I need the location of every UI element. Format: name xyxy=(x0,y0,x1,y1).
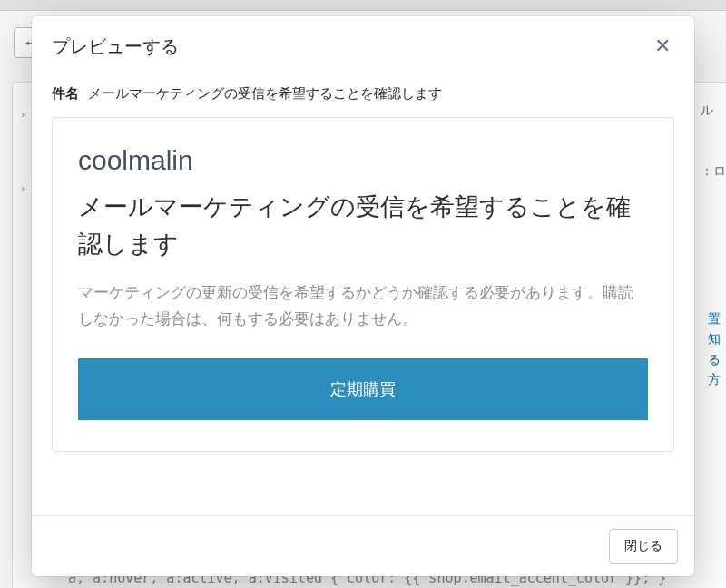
subject-line: 件名 メールマーケティングの受信を希望することを確認します xyxy=(52,85,674,103)
close-icon: ✕ xyxy=(654,34,671,57)
modal-header: プレビューする ✕ xyxy=(32,16,694,76)
subject-label: 件名 xyxy=(52,85,79,101)
modal-title: プレビューする xyxy=(52,34,179,59)
email-preview-card: coolmalin メールマーケティングの受信を希望することを確認します マーケ… xyxy=(52,117,674,452)
spacer xyxy=(52,452,674,515)
email-body-text: マーケティングの更新の受信を希望するかどうか確認する必要があります。購読しなかっ… xyxy=(78,280,648,333)
subscribe-button[interactable]: 定期購買 xyxy=(78,358,648,420)
modal-footer: 閉じる xyxy=(32,515,694,576)
close-footer-button[interactable]: 閉じる xyxy=(609,529,678,564)
email-headline: メールマーケティングの受信を希望することを確認します xyxy=(78,189,648,262)
brand-name: coolmalin xyxy=(78,145,648,176)
modal-overlay: プレビューする ✕ 件名 メールマーケティングの受信を希望することを確認します … xyxy=(0,0,726,588)
modal-body[interactable]: 件名 メールマーケティングの受信を希望することを確認します coolmalin … xyxy=(32,76,694,515)
preview-modal: プレビューする ✕ 件名 メールマーケティングの受信を希望することを確認します … xyxy=(32,16,694,576)
subject-value: メールマーケティングの受信を希望することを確認します xyxy=(88,85,442,101)
close-button[interactable]: ✕ xyxy=(651,33,674,60)
